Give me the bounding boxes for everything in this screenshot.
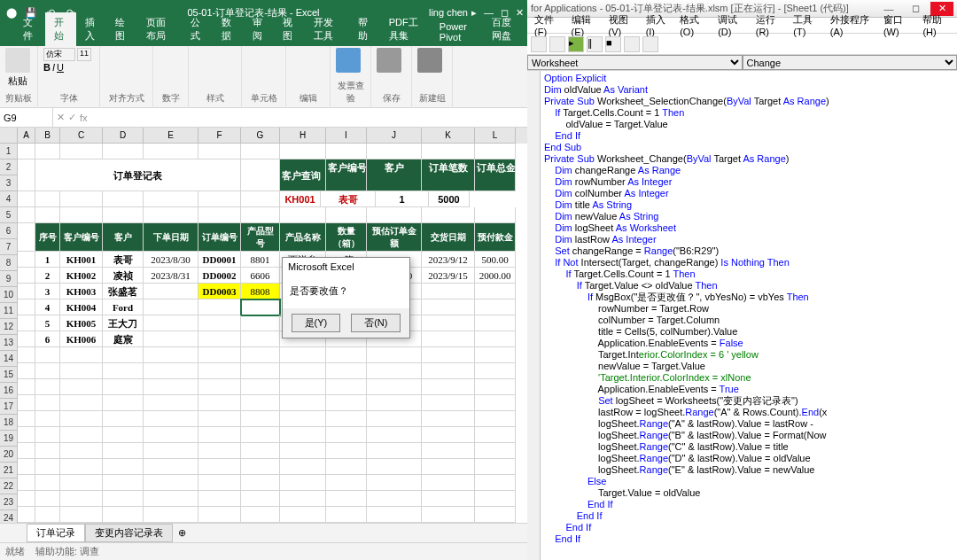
vba-proc-select[interactable]: Change xyxy=(743,55,958,70)
cell[interactable]: 2023/8/30 xyxy=(144,252,198,268)
cell[interactable] xyxy=(475,507,516,523)
cell[interactable] xyxy=(367,475,422,491)
cell[interactable]: 客户查询 xyxy=(280,159,326,191)
cell[interactable]: 5 xyxy=(35,315,60,331)
cell[interactable]: 表哥 xyxy=(103,252,144,268)
cell[interactable] xyxy=(241,427,280,443)
cell[interactable] xyxy=(198,491,241,507)
cell[interactable]: KH002 xyxy=(60,268,103,284)
cell[interactable] xyxy=(475,491,516,507)
cell[interactable] xyxy=(103,207,144,223)
cell[interactable] xyxy=(18,475,35,491)
cell[interactable] xyxy=(241,331,280,347)
cell[interactable] xyxy=(475,379,516,395)
vba-tool-button[interactable] xyxy=(642,36,658,52)
cell[interactable]: 下单日期 xyxy=(144,223,198,252)
cell[interactable] xyxy=(367,363,422,379)
msgbox-no-button[interactable]: 否(N) xyxy=(351,314,401,332)
cell[interactable] xyxy=(35,411,60,427)
cell[interactable] xyxy=(144,475,198,491)
cell[interactable] xyxy=(103,459,144,475)
cell[interactable] xyxy=(241,207,280,223)
invoice-check-button[interactable] xyxy=(336,48,361,73)
cell[interactable] xyxy=(60,144,103,159)
cell[interactable] xyxy=(280,427,326,443)
cell[interactable] xyxy=(103,507,144,523)
vba-object-select[interactable]: Worksheet xyxy=(527,55,743,70)
cell[interactable] xyxy=(35,427,60,443)
cell[interactable] xyxy=(60,443,103,459)
cell[interactable]: 庭宸 xyxy=(103,331,144,347)
cell[interactable] xyxy=(326,395,367,411)
cell[interactable] xyxy=(103,491,144,507)
cell[interactable] xyxy=(241,315,280,331)
ribbon-tab[interactable]: 帮助 xyxy=(349,12,380,46)
ribbon-tab[interactable]: 插入 xyxy=(76,12,107,46)
vba-tool-button[interactable] xyxy=(549,36,565,52)
cell[interactable] xyxy=(198,347,241,363)
cell[interactable] xyxy=(422,299,475,315)
paste-button[interactable]: 粘贴 xyxy=(5,48,30,88)
cell[interactable] xyxy=(241,363,280,379)
camera-button[interactable] xyxy=(417,48,442,73)
cell[interactable] xyxy=(35,491,60,507)
underline-button[interactable]: U xyxy=(57,62,64,73)
cell[interactable] xyxy=(198,315,241,331)
cell[interactable] xyxy=(422,347,475,363)
cell[interactable]: 1 xyxy=(376,191,429,207)
cell[interactable] xyxy=(198,191,241,207)
cell[interactable]: 王大刀 xyxy=(103,315,144,331)
cell[interactable] xyxy=(144,395,198,411)
cell[interactable] xyxy=(18,395,35,411)
cell[interactable] xyxy=(241,443,280,459)
cell[interactable]: 预估订单金额 xyxy=(367,223,422,252)
cell[interactable] xyxy=(422,475,475,491)
cell[interactable]: KH005 xyxy=(60,315,103,331)
cell[interactable] xyxy=(475,475,516,491)
cell[interactable] xyxy=(103,144,144,159)
cell[interactable]: 订单总金 xyxy=(475,159,516,191)
cell[interactable] xyxy=(103,443,144,459)
cell[interactable]: 订单登记表 xyxy=(35,159,241,191)
cell[interactable]: DD0001 xyxy=(198,252,241,268)
cell[interactable] xyxy=(35,347,60,363)
cell[interactable] xyxy=(475,207,516,223)
sheet-tab-active[interactable]: 订单记录 xyxy=(27,524,85,542)
cell[interactable] xyxy=(475,331,516,347)
cell[interactable] xyxy=(18,427,35,443)
vba-tool-button[interactable] xyxy=(624,36,640,52)
col-headers[interactable]: ABCDEFGHIJKL xyxy=(18,128,527,144)
cell[interactable] xyxy=(18,443,35,459)
msgbox-yes-button[interactable]: 是(Y) xyxy=(292,314,341,332)
cell[interactable] xyxy=(198,207,241,223)
sheet-tab[interactable]: 变更内容记录表 xyxy=(85,524,173,542)
cell[interactable] xyxy=(241,379,280,395)
cell[interactable] xyxy=(144,207,198,223)
cell[interactable] xyxy=(326,459,367,475)
italic-button[interactable]: I xyxy=(52,62,55,73)
vba-run-button[interactable]: ▸ xyxy=(568,36,584,52)
cell[interactable] xyxy=(241,507,280,523)
cell[interactable] xyxy=(198,475,241,491)
cell[interactable] xyxy=(326,363,367,379)
cell[interactable] xyxy=(367,427,422,443)
cell[interactable]: KH001 xyxy=(280,191,321,207)
cell[interactable]: KH004 xyxy=(60,299,103,315)
cell[interactable] xyxy=(198,459,241,475)
cell[interactable] xyxy=(198,379,241,395)
cell[interactable] xyxy=(35,395,60,411)
cell[interactable]: 客户 xyxy=(103,223,144,252)
cell[interactable] xyxy=(144,379,198,395)
cell[interactable] xyxy=(367,207,422,223)
cell[interactable] xyxy=(367,443,422,459)
cell[interactable] xyxy=(18,223,35,252)
cell[interactable]: Ford xyxy=(103,299,144,315)
cell[interactable] xyxy=(241,411,280,427)
cell[interactable] xyxy=(60,491,103,507)
cell[interactable] xyxy=(422,144,475,159)
cell[interactable] xyxy=(18,331,35,347)
ribbon-tab[interactable]: 公式 xyxy=(182,12,213,46)
cell[interactable] xyxy=(198,507,241,523)
ribbon-tab[interactable]: 审阅 xyxy=(244,12,275,46)
cell[interactable] xyxy=(367,395,422,411)
